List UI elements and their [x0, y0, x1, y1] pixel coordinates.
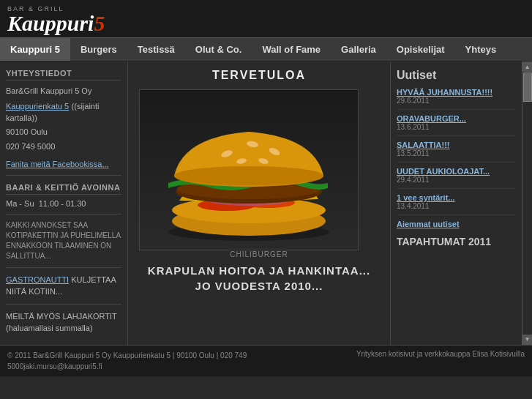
news-item-1: HYVÄÄ JUHANNUSTA!!!! 29.6.2011	[397, 88, 516, 110]
nav-item-opiskelijat[interactable]: Opiskelijat	[386, 38, 455, 61]
contact-city: 90100 Oulu	[6, 126, 121, 138]
image-caption: CHILIBURGER	[139, 250, 379, 258]
takeaway-text: KAIKKI ANNOKSET SAA KOTIPAKETTIN JA PUHE…	[6, 220, 121, 261]
logo[interactable]: BAR & GRILL Kauppuri5	[7, 6, 105, 34]
news-section-title: Uutiset	[397, 69, 516, 82]
svg-point-11	[174, 166, 323, 185]
facebook-link[interactable]: Fanita meitä Facebookissa...	[6, 160, 109, 168]
nav-item-yhteys[interactable]: Yhteys	[455, 38, 507, 61]
logo-main-text: Kauppuri5	[7, 11, 105, 35]
news-item-3: SALAATTIA!!! 13.5.2011	[397, 141, 516, 163]
right-sidebar: Uutiset HYVÄÄ JUHANNUSTA!!!! 29.6.2011 O…	[390, 61, 522, 345]
news-headline-3[interactable]: SALAATTIA!!!	[397, 141, 516, 149]
news-headline-2[interactable]: ORAVABURGER...	[397, 114, 516, 123]
contact-phone: 020 749 5000	[6, 141, 121, 153]
news-date-5: 13.4.2011	[397, 202, 516, 210]
nav-item-wall-of-fame[interactable]: Wall of Fame	[252, 38, 331, 61]
main-headline-1: KRAPULAN HOITOA JA HANKINTAA...	[139, 264, 379, 277]
nav-item-olut[interactable]: Olut & Co.	[185, 38, 252, 61]
sidebar-divider-2	[6, 214, 121, 215]
hours-detail: Ma - Su 11.00 - 01.30	[6, 199, 121, 208]
gastronaut-link[interactable]: GASTRONAUTTI	[6, 275, 69, 284]
hours-section-title: BAARI & KEITTIÖ AVOINNA	[6, 183, 121, 195]
news-headline-4[interactable]: UUDET AUKIOLOAJAT...	[397, 167, 516, 176]
footer-left: © 2011 Bar&Grill Kauppuri 5 Oy Kauppurie…	[7, 350, 247, 372]
contact-section-title: YHTEYSTIEDOT	[6, 69, 121, 81]
sidebar-divider-4	[6, 304, 121, 305]
content-area: YHTEYSTIEDOT Bar&Grill Kauppuri 5 Oy Kau…	[0, 61, 522, 345]
scroll-track[interactable]	[522, 72, 533, 335]
nav-item-burgers[interactable]: Burgers	[70, 38, 127, 61]
news-date-4: 29.4.2011	[397, 176, 516, 184]
logo-s: 5	[94, 11, 105, 35]
burger-image	[139, 89, 359, 250]
footer-right: Yrityksen kotisivut ja verkkokauppa Elis…	[356, 350, 525, 358]
events-section-title: TAPAHTUMAT 2011	[397, 236, 516, 247]
giftcard-text: MEILTÄ MYÖS LAHJAKORTIT (haluamallasi su…	[6, 310, 121, 335]
nav-item-galleria[interactable]: Galleria	[331, 38, 386, 61]
header: BAR & GRILL Kauppuri5	[0, 0, 532, 37]
nav-item-testissa[interactable]: Testissä	[127, 38, 185, 61]
news-item-2: ORAVABURGER... 13.6.2011	[397, 114, 516, 136]
scroll-thumb[interactable]	[523, 72, 532, 102]
nav-item-kauppuri5[interactable]: Kauppuri 5	[0, 38, 70, 61]
welcome-title: TERVETULOA	[139, 69, 379, 82]
news-item-4: UUDET AUKIOLOAJAT... 29.4.2011	[397, 167, 516, 189]
scroll-up-button[interactable]: ▲	[522, 61, 533, 72]
contact-address-line: Kauppurienkatu 5 ((sijainti kartalla))	[6, 100, 121, 124]
sidebar-divider-1	[6, 175, 121, 176]
news-item-5: 1 vee syntärit... 13.4.2011	[397, 193, 516, 215]
more-news-link[interactable]: Aiemmat uutiset	[397, 220, 516, 228]
sidebar-divider-3	[6, 267, 121, 268]
gastronaut-text: GASTRONAUTTI KULJETTAA NIITÄ KOTIIN...	[6, 274, 121, 298]
left-sidebar: YHTEYSTIEDOT Bar&Grill Kauppuri 5 Oy Kau…	[0, 61, 128, 345]
scrollbar[interactable]: ▲ ▼	[522, 61, 532, 345]
main-nav: Kauppuri 5 Burgers Testissä Olut & Co. W…	[0, 37, 532, 61]
scroll-down-button[interactable]: ▼	[522, 335, 533, 345]
news-headline-1[interactable]: HYVÄÄ JUHANNUSTA!!!!	[397, 88, 516, 97]
center-content: TERVETULOA	[128, 61, 390, 345]
footer: © 2011 Bar&Grill Kauppuri 5 Oy Kauppurie…	[0, 345, 532, 376]
burger-illustration	[146, 97, 351, 243]
news-date-3: 13.5.2011	[397, 149, 516, 157]
main-headline-2: JO VUODESTA 2010...	[139, 280, 379, 292]
news-date-2: 13.6.2011	[397, 123, 516, 131]
contact-name: Bar&Grill Kauppuri 5 Oy	[6, 85, 121, 97]
news-headline-5[interactable]: 1 vee syntärit...	[397, 193, 516, 202]
contact-address-link[interactable]: Kauppurienkatu 5	[6, 102, 69, 111]
facebook-section: Fanita meitä Facebookissa...	[6, 159, 121, 169]
news-date-1: 29.6.2011	[397, 97, 516, 105]
